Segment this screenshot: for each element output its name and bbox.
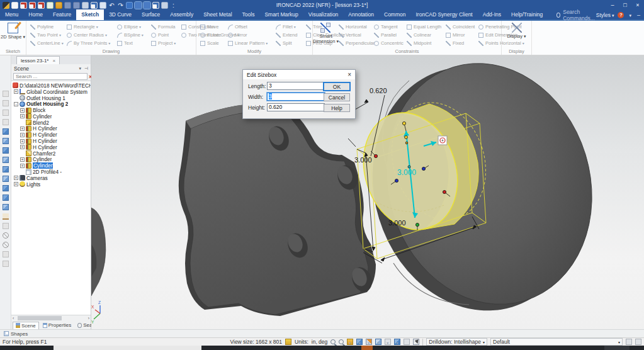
document-close-icon[interactable]: × [52,58,55,64]
tab-synergy-client[interactable]: IronCAD Synergy Client [410,9,477,20]
print-icon[interactable] [82,2,89,9]
expand-icon[interactable]: + [14,89,18,94]
dimension-tool-icon[interactable] [3,223,9,229]
dim-top-label[interactable]: 0.620 [370,87,387,94]
dialog-title-bar[interactable]: Edit Sizebox × [243,70,355,79]
tree-row-block[interactable]: +Block [11,107,91,113]
doc-minimize-button[interactable]: – [635,12,642,18]
visual-style-icon[interactable] [375,339,381,345]
options-icon[interactable] [161,2,168,9]
select-cursor-icon[interactable] [413,339,419,345]
tab-tools[interactable]: Tools [237,9,260,20]
tree-row-hcyl2[interactable]: +H Cylinder [11,132,91,138]
help-icon[interactable]: ? [618,12,624,18]
render-icon[interactable] [126,2,133,9]
expand-icon[interactable]: + [20,157,25,162]
undo-view-icon[interactable] [404,339,410,345]
zoom-icon[interactable] [330,339,336,344]
top-view-icon[interactable] [3,176,9,182]
help-button[interactable]: Help [324,104,350,112]
expand-icon[interactable]: + [20,133,25,137]
tab-surface[interactable]: Surface [137,9,165,20]
taskbar-active-window[interactable] [54,346,201,350]
expand-icon[interactable]: + [14,176,18,180]
minimize-button[interactable]: – [606,1,619,10]
back-view-icon[interactable] [3,147,9,154]
tab-smart-markup[interactable]: Smart Markup [259,9,303,20]
tab-annotation[interactable]: Annotation [343,9,379,20]
maximize-button[interactable]: □ [619,1,631,10]
dim-center-label[interactable]: 3.000 [397,168,416,177]
zoom-window-icon[interactable] [339,339,344,344]
smart-dimension-button[interactable]: Smart Dimension [313,21,339,46]
scene-config-icon[interactable] [385,339,391,345]
camera-view-icon[interactable] [356,339,363,345]
panel-dropdown-icon[interactable]: ▾ [79,66,81,71]
collapse-icon[interactable]: - [14,102,18,106]
tree-row-gcs[interactable]: +Global Coordinate System [11,89,91,95]
tree-row-blend2[interactable]: Blend2 [11,120,91,126]
tree-row-cameras[interactable]: +Cameras [11,175,91,181]
front-view-icon[interactable] [3,138,9,144]
camera3-icon[interactable] [3,110,9,116]
dim-left-label[interactable]: 3.000 [354,156,372,164]
tree-row-lights[interactable]: +Lights [11,181,91,188]
panel-pin-icon[interactable]: ⊣ [84,66,88,71]
tab-help-training[interactable]: Help/Training [506,9,548,20]
save-as-icon[interactable] [73,2,80,9]
open-folder-icon[interactable] [55,2,62,9]
axono-view-icon[interactable] [3,195,9,201]
sizebox-icon[interactable] [144,2,150,9]
expand-icon[interactable]: + [14,182,18,186]
tree-row-2d-profile[interactable]: 2D Profile4 - [11,169,91,175]
width-field[interactable]: 3 [267,93,325,101]
open-recent-icon[interactable] [29,2,36,9]
tree-row-root[interactable]: D:\data\2018 NEW\Word\TECH-NET [11,82,91,89]
triball-icon[interactable] [135,2,142,9]
copy-icon[interactable] [91,2,98,9]
search-commands[interactable]: Search Commands... [556,9,596,21]
document-tab[interactable]: lesson 23-1* × [16,56,60,64]
render-options-icon[interactable] [347,339,353,345]
note-icon[interactable] [3,261,9,267]
help-dropdown[interactable] [628,12,631,18]
section-icon[interactable] [3,251,9,257]
left-view-icon[interactable] [3,157,9,163]
tab-assembly[interactable]: Assembly [165,9,198,20]
tree-row-hcyl4[interactable]: +H Cylinder [11,144,91,150]
export-icon[interactable] [47,2,54,9]
dim-bottom-label[interactable]: 3.000 [388,219,406,227]
tab-common[interactable]: Common [379,9,410,20]
config-dropdown[interactable]: Default▾ [490,338,623,346]
scene-search-input[interactable] [13,73,88,80]
iso-view-icon[interactable] [3,128,9,135]
tree-row-housing1[interactable]: Outlet Housing 1 [11,95,91,101]
tree-row-housing2[interactable]: -Outlet Housing 2 [11,101,91,107]
bottom-view-icon[interactable] [3,185,9,191]
tab-home[interactable]: Home [23,9,48,20]
expand-icon[interactable]: + [20,127,25,131]
qat-customize-icon[interactable]: : [170,2,177,9]
styles-dropdown[interactable]: Styles [596,12,614,18]
right-view-icon[interactable] [3,166,9,172]
camera2-icon[interactable] [3,100,9,106]
tab-sketch[interactable]: Sketch [76,9,104,20]
tree-horizontal-scrollbar[interactable]: ‹ › [11,315,91,321]
shapes-catalog-tab[interactable]: Shapes [11,331,28,337]
drilldown-dropdown[interactable]: Drilldown: Intellishape▾ [426,338,487,346]
measure-icon[interactable] [3,213,9,220]
tree-row-cylinder1[interactable]: +Cylinder [11,113,91,120]
collaboration-icon[interactable] [626,339,632,345]
length-field[interactable]: 3 [267,82,325,90]
tree-row-cylinder2[interactable]: +Cylinder [11,157,91,163]
save-icon[interactable] [64,2,71,9]
close-button[interactable]: × [631,1,644,10]
perspective-view-icon[interactable] [3,204,9,210]
new-scene-icon[interactable] [3,2,9,9]
open-scene-icon[interactable] [20,2,27,9]
2d-shape-button[interactable]: 2D Shape [0,21,26,46]
tab-feature[interactable]: Feature [48,9,76,20]
camera-icon[interactable] [152,2,159,9]
cancel-button[interactable]: Cancel [324,93,350,101]
expand-icon[interactable]: + [20,145,25,149]
